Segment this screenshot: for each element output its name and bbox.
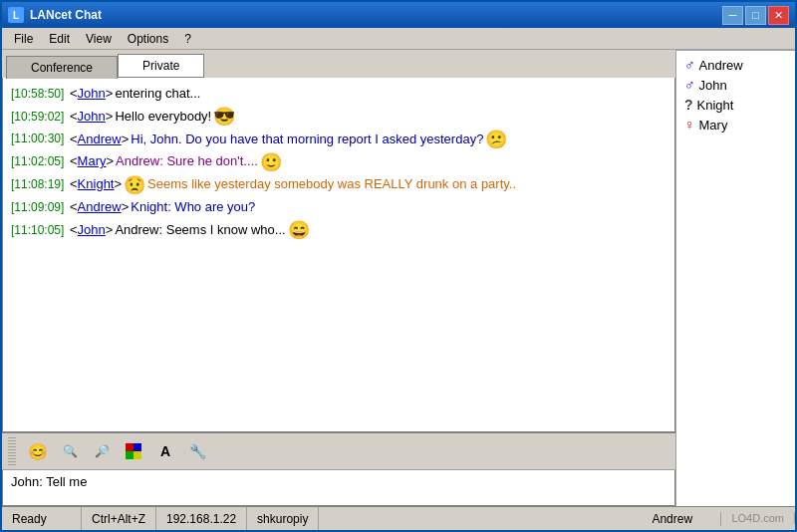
app-icon: L (8, 7, 24, 23)
msg-user[interactable]: John (78, 222, 106, 237)
message-row: [11:00:30] <Andrew> Hi, John. Do you hav… (11, 130, 666, 150)
msg-user[interactable]: Knight (78, 176, 115, 191)
svg-rect-1 (133, 443, 141, 451)
color-button[interactable] (120, 438, 147, 464)
msg-user[interactable]: Mary (78, 153, 107, 168)
user-name: Mary (699, 118, 728, 133)
msg-timestamp: [11:02:05] (11, 152, 64, 171)
msg-text: entering chat... (115, 84, 200, 105)
msg-timestamp: [10:59:02] (11, 108, 64, 127)
menu-edit[interactable]: Edit (41, 30, 78, 48)
message-row: [10:59:02] <John> Hello everybody! 😎 (11, 107, 666, 128)
tabs: Conference Private (2, 50, 675, 78)
window-controls: ─ □ ✕ (722, 6, 789, 25)
messages-panel[interactable]: [10:58:50] <John> entering chat... [10:5… (2, 78, 675, 432)
svg-rect-3 (133, 451, 141, 459)
msg-user[interactable]: John (78, 109, 106, 124)
tab-private[interactable]: Private (118, 54, 204, 78)
status-bar: Ready Ctrl+Alt+Z 192.168.1.22 shkuropiy … (2, 506, 795, 530)
user-item[interactable]: ? Knight (684, 95, 787, 115)
window-title: LANcet Chat (30, 8, 102, 22)
tab-conference[interactable]: Conference (6, 56, 118, 79)
svg-rect-0 (126, 443, 133, 451)
emoji-icon: 😄 (288, 221, 310, 239)
msg-user[interactable]: John (78, 86, 106, 101)
gender-male-icon: ♂ (684, 77, 695, 93)
message-row: [11:08:19] <Knight> 😟 Seems like yesterd… (11, 174, 666, 195)
main-window: L LANcet Chat ─ □ ✕ File Edit View Optio… (0, 0, 797, 532)
message-row: [10:58:50] <John> entering chat... (11, 84, 666, 105)
menu-help[interactable]: ? (176, 30, 199, 48)
gender-male-icon: ♂ (684, 57, 695, 73)
status-user: shkuropiy (247, 507, 319, 530)
msg-text: Hello everybody! (115, 107, 211, 128)
title-bar: L LANcet Chat ─ □ ✕ (2, 2, 795, 28)
msg-text: Seems like yesterday somebody was REALLY… (147, 174, 516, 195)
msg-user[interactable]: Andrew (78, 132, 122, 146)
msg-text: Knight: Who are you? (131, 197, 255, 218)
toolbar-drag-handle[interactable] (8, 437, 16, 465)
user-name: Andrew (699, 58, 743, 73)
menu-options[interactable]: Options (120, 30, 176, 48)
msg-timestamp: [11:10:05] (11, 221, 64, 240)
user-item[interactable]: ♀ Mary (684, 115, 787, 134)
input-area[interactable]: John: Tell me (2, 470, 675, 506)
msg-timestamp: [11:08:19] (11, 175, 64, 194)
chat-area: Conference Private [10:58:50] <John> ent… (2, 50, 675, 506)
zoom-in-button[interactable]: 🔍 (56, 438, 84, 464)
menu-view[interactable]: View (78, 30, 120, 48)
emoji-icon: 😕 (485, 131, 507, 148)
msg-timestamp: [10:58:50] (11, 85, 64, 104)
status-ip: 192.168.1.22 (156, 507, 247, 530)
message-input[interactable]: John: Tell me (11, 474, 666, 489)
close-button[interactable]: ✕ (768, 6, 789, 25)
zoom-out-button[interactable]: 🔎 (88, 438, 116, 464)
msg-timestamp: [11:09:09] (11, 198, 64, 217)
user-name: John (699, 78, 727, 93)
minimize-button[interactable]: ─ (722, 6, 743, 25)
msg-user[interactable]: Andrew (78, 199, 122, 214)
emoji-icon: 🙂 (260, 153, 282, 171)
emoji-icon: 😎 (213, 108, 235, 126)
status-shortcut: Ctrl+Alt+Z (82, 507, 156, 530)
watermark: LO4D.com (721, 512, 795, 524)
user-item[interactable]: ♂ Andrew (684, 55, 787, 75)
message-row: [11:02:05] <Mary> Andrew: Sure he don't.… (11, 151, 666, 172)
user-list: ♂ Andrew ♂ John ? Knight ♀ Mary (675, 50, 795, 506)
gender-female-icon: ♀ (684, 117, 695, 133)
font-button[interactable]: A (151, 438, 179, 464)
emoji-icon: 😟 (124, 176, 145, 194)
svg-rect-2 (126, 451, 133, 459)
user-name: Knight (697, 98, 734, 113)
toolbar: 😊 🔍 🔎 A 🔧 (2, 432, 675, 470)
main-content: Conference Private [10:58:50] <John> ent… (2, 50, 795, 506)
status-right: Andrew LO4D.com (642, 512, 795, 526)
gender-unknown-icon: ? (684, 97, 693, 113)
msg-timestamp: [11:00:30] (11, 130, 64, 148)
message-row: [11:10:05] <John> Andrew: Seems I know w… (11, 220, 666, 241)
title-bar-left: L LANcet Chat (8, 7, 102, 23)
msg-text: Andrew: Seems I know who... (115, 220, 285, 241)
msg-text: Andrew: Sure he don't.... (116, 151, 258, 172)
settings-button[interactable]: 🔧 (183, 438, 211, 464)
message-row: [11:09:09] <Andrew> Knight: Who are you? (11, 197, 666, 218)
user-item[interactable]: ♂ John (684, 75, 787, 95)
status-ready: Ready (2, 507, 82, 530)
status-current-user: Andrew (642, 512, 721, 526)
msg-text: Hi, John. Do you have that morning repor… (131, 130, 483, 150)
menu-file[interactable]: File (6, 30, 41, 48)
maximize-button[interactable]: □ (745, 6, 766, 25)
menu-bar: File Edit View Options ? (2, 28, 795, 50)
emoji-button[interactable]: 😊 (24, 438, 52, 464)
